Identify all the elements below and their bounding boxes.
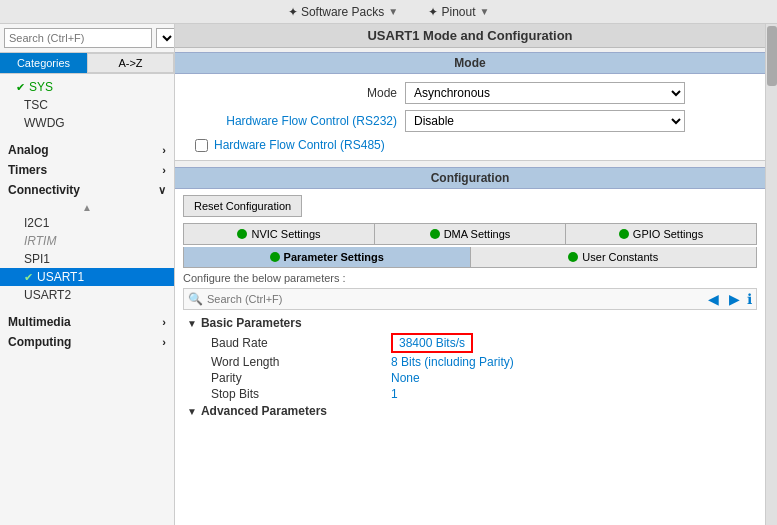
config-section: Reset Configuration NVIC Settings DMA Se… (175, 189, 765, 525)
param-tabs: Parameter Settings User Constants (183, 247, 757, 268)
sidebar-item-label: USART2 (24, 288, 71, 302)
pinout-label: ✦ Pinout (428, 5, 475, 19)
sidebar-item-label: I2C1 (24, 216, 49, 230)
advanced-params-label: Advanced Parameters (201, 404, 327, 418)
chevron-right-icon: ▼ (187, 406, 197, 417)
sidebar-item-irtim[interactable]: IRTIM (0, 232, 174, 250)
sidebar-item-label: SPI1 (24, 252, 50, 266)
sidebar: ⚙ Categories A->Z ✔ SYS TSC WWDG Analog … (0, 24, 175, 525)
tab-nvic-label: NVIC Settings (251, 228, 320, 240)
hw-flow-select[interactable]: Disable (405, 110, 685, 132)
params-search-input[interactable] (207, 293, 701, 305)
param-row-parity: Parity None (187, 370, 757, 386)
chevron-right-icon: › (162, 316, 166, 328)
tab-gpio-label: GPIO Settings (633, 228, 703, 240)
sidebar-search-dropdown[interactable] (156, 28, 175, 48)
hw-flow-rs485-checkbox[interactable] (195, 139, 208, 152)
tab-parameter-label: Parameter Settings (284, 251, 384, 263)
sidebar-category-analog[interactable]: Analog › (0, 140, 174, 160)
sidebar-search-input[interactable] (4, 28, 152, 48)
nav-next-icon[interactable]: ▶ (726, 291, 743, 307)
sidebar-item-label: SYS (29, 80, 53, 94)
chevron-right-icon: › (162, 336, 166, 348)
dot-icon (619, 229, 629, 239)
sidebar-category-label: Analog (8, 143, 49, 157)
sidebar-item-i2c1[interactable]: I2C1 (0, 214, 174, 232)
sidebar-item-label: USART1 (37, 270, 84, 284)
param-row-baud: Baud Rate 38400 Bits/s (187, 332, 757, 354)
param-value-stop: 1 (391, 387, 398, 401)
mode-section: Mode Asynchronous Hardware Flow Control … (175, 74, 765, 161)
sidebar-item-tsc[interactable]: TSC (0, 96, 174, 114)
sidebar-category-label: Computing (8, 335, 71, 349)
tab-gpio[interactable]: GPIO Settings (566, 224, 756, 244)
param-label-parity: Parity (211, 371, 391, 385)
page-title: USART1 Mode and Configuration (175, 24, 765, 48)
tab-dma[interactable]: DMA Settings (375, 224, 566, 244)
hw-flow-rs485-row: Hardware Flow Control (RS485) (187, 138, 753, 152)
param-row-word: Word Length 8 Bits (including Parity) (187, 354, 757, 370)
sidebar-item-usart2[interactable]: USART2 (0, 286, 174, 304)
scrollbar[interactable] (765, 24, 777, 525)
dot-icon (237, 229, 247, 239)
sidebar-category-label: Connectivity (8, 183, 80, 197)
params-search-row: 🔍 ◀ ▶ ℹ (183, 288, 757, 310)
sidebar-item-spi1[interactable]: SPI1 (0, 250, 174, 268)
nav-prev-icon[interactable]: ◀ (705, 291, 722, 307)
chevron-down-icon: ∨ (158, 184, 166, 197)
info-icon: ℹ (747, 291, 752, 307)
hw-flow-label: Hardware Flow Control (RS232) (187, 114, 397, 128)
dot-icon (270, 252, 280, 262)
software-packs-menu[interactable]: ✦ Software Packs ▼ (288, 5, 399, 19)
sidebar-category-timers[interactable]: Timers › (0, 160, 174, 180)
sidebar-item-sys[interactable]: ✔ SYS (0, 78, 174, 96)
param-value-parity: None (391, 371, 420, 385)
sidebar-item-wwdg[interactable]: WWDG (0, 114, 174, 132)
basic-params-section[interactable]: ▼ Basic Parameters (187, 316, 757, 330)
configure-text: Configure the below parameters : (183, 272, 757, 284)
sidebar-item-label: TSC (24, 98, 48, 112)
settings-tabs: NVIC Settings DMA Settings GPIO Settings (183, 223, 757, 245)
chevron-down-icon: ▼ (480, 6, 490, 17)
software-packs-label: ✦ Software Packs (288, 5, 385, 19)
tab-user-constants-label: User Constants (582, 251, 658, 263)
sidebar-item-label: WWDG (24, 116, 65, 130)
tab-categories[interactable]: Categories (0, 53, 87, 73)
tab-user-constants[interactable]: User Constants (471, 247, 757, 267)
chevron-down-icon: ▼ (187, 318, 197, 329)
search-icon: 🔍 (188, 292, 203, 306)
advanced-params-section[interactable]: ▼ Advanced Parameters (187, 404, 757, 418)
basic-params-label: Basic Parameters (201, 316, 302, 330)
reset-config-button[interactable]: Reset Configuration (183, 195, 302, 217)
dot-icon (568, 252, 578, 262)
dot-icon (430, 229, 440, 239)
config-section-header: Configuration (175, 167, 765, 189)
main-content: USART1 Mode and Configuration Mode Mode … (175, 24, 765, 525)
param-label-baud: Baud Rate (211, 336, 391, 350)
sidebar-category-multimedia[interactable]: Multimedia › (0, 312, 174, 332)
tab-dma-label: DMA Settings (444, 228, 511, 240)
sidebar-item-label: IRTIM (24, 234, 56, 248)
param-label-stop: Stop Bits (211, 387, 391, 401)
chevron-right-icon: › (162, 164, 166, 176)
tab-parameter-settings[interactable]: Parameter Settings (184, 247, 471, 267)
hw-flow-row: Hardware Flow Control (RS232) Disable (187, 110, 753, 132)
hw-flow-rs485-label: Hardware Flow Control (RS485) (214, 138, 385, 152)
sidebar-category-computing[interactable]: Computing › (0, 332, 174, 352)
mode-label: Mode (187, 86, 397, 100)
check-icon: ✔ (16, 81, 25, 94)
params-tree: ▼ Basic Parameters Baud Rate 38400 Bits/… (183, 316, 757, 418)
mode-select[interactable]: Asynchronous (405, 82, 685, 104)
check-icon: ✔ (24, 271, 33, 284)
chevron-down-icon: ▼ (388, 6, 398, 17)
sidebar-category-label: Timers (8, 163, 47, 177)
sidebar-item-usart1[interactable]: ✔ USART1 (0, 268, 174, 286)
param-row-stop: Stop Bits 1 (187, 386, 757, 402)
scrollbar-thumb[interactable] (767, 26, 777, 86)
tab-atoz[interactable]: A->Z (87, 53, 174, 73)
pinout-menu[interactable]: ✦ Pinout ▼ (428, 5, 489, 19)
sidebar-category-label: Multimedia (8, 315, 71, 329)
tab-nvic[interactable]: NVIC Settings (184, 224, 375, 244)
chevron-right-icon: › (162, 144, 166, 156)
sidebar-category-connectivity[interactable]: Connectivity ∨ (0, 180, 174, 200)
